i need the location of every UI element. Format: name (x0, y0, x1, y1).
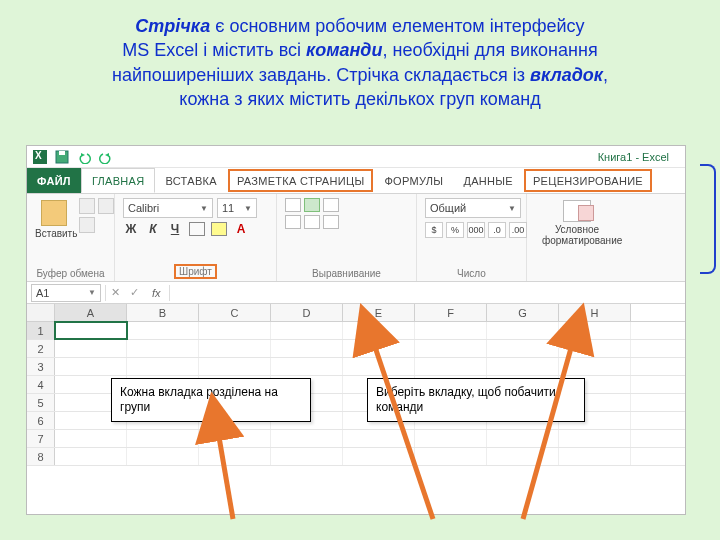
cell[interactable] (127, 358, 199, 375)
font-size-combo[interactable]: 11▼ (217, 198, 257, 218)
cell[interactable] (559, 448, 631, 465)
underline-button[interactable]: Ч (167, 222, 183, 236)
cell[interactable] (559, 358, 631, 375)
tab-data[interactable]: ДАННЫЕ (453, 168, 523, 193)
cell[interactable] (127, 430, 199, 447)
cell[interactable] (415, 322, 487, 339)
cell[interactable] (199, 340, 271, 357)
cell[interactable] (415, 358, 487, 375)
col-header[interactable]: E (343, 304, 415, 321)
col-header[interactable]: H (559, 304, 631, 321)
borders-icon[interactable] (189, 222, 205, 236)
group-clipboard: Вставить Буфер обмена (27, 194, 115, 281)
row-header[interactable]: 2 (27, 340, 55, 357)
cell[interactable] (199, 322, 271, 339)
percent-icon[interactable]: % (446, 222, 464, 238)
font-name-combo[interactable]: Calibri▼ (123, 198, 213, 218)
align-right-icon[interactable] (323, 215, 339, 229)
row-header[interactable]: 5 (27, 394, 55, 411)
undo-icon[interactable] (77, 150, 91, 164)
tab-page-layout[interactable]: РАЗМЕТКА СТРАНИЦЫ (227, 168, 375, 193)
name-box[interactable]: A1▼ (31, 284, 101, 302)
bold-button[interactable]: Ж (123, 222, 139, 236)
row-header[interactable]: 4 (27, 376, 55, 393)
cell[interactable] (559, 322, 631, 339)
col-header[interactable]: B (127, 304, 199, 321)
col-header[interactable]: F (415, 304, 487, 321)
col-header[interactable]: C (199, 304, 271, 321)
align-middle-icon[interactable] (304, 198, 320, 212)
align-top-icon[interactable] (285, 198, 301, 212)
italic-button[interactable]: К (145, 222, 161, 236)
tab-formulas[interactable]: ФОРМУЛЫ (374, 168, 453, 193)
save-icon[interactable] (55, 150, 69, 164)
cell[interactable] (271, 322, 343, 339)
cut-icon[interactable] (79, 198, 95, 214)
copy-icon[interactable] (98, 198, 114, 214)
cell[interactable] (415, 340, 487, 357)
cell[interactable] (199, 358, 271, 375)
increase-decimal-icon[interactable]: .0 (488, 222, 506, 238)
comma-icon[interactable]: 000 (467, 222, 485, 238)
cell[interactable] (415, 430, 487, 447)
name-box-value: A1 (36, 287, 49, 299)
row-header[interactable]: 3 (27, 358, 55, 375)
cell[interactable] (343, 322, 415, 339)
cell[interactable] (487, 358, 559, 375)
align-center-icon[interactable] (304, 215, 320, 229)
row-header[interactable]: 6 (27, 412, 55, 429)
cell[interactable] (199, 430, 271, 447)
cell[interactable] (487, 322, 559, 339)
cell[interactable] (55, 430, 127, 447)
cell[interactable] (415, 448, 487, 465)
row-header[interactable]: 8 (27, 448, 55, 465)
tab-file[interactable]: ФАЙЛ (27, 168, 81, 193)
cell[interactable] (127, 340, 199, 357)
font-color-icon[interactable]: A (233, 222, 249, 236)
cell[interactable] (271, 430, 343, 447)
tab-insert[interactable]: ВСТАВКА (155, 168, 226, 193)
cell[interactable] (55, 322, 127, 339)
currency-icon[interactable]: $ (425, 222, 443, 238)
enter-icon[interactable]: ✓ (125, 286, 144, 299)
fill-color-icon[interactable] (211, 222, 227, 236)
cell[interactable] (271, 340, 343, 357)
cell[interactable] (199, 448, 271, 465)
conditional-formatting-button[interactable]: Условное форматирование (542, 198, 612, 246)
format-painter-icon[interactable] (79, 217, 95, 233)
align-bottom-icon[interactable] (323, 198, 339, 212)
cell[interactable] (487, 340, 559, 357)
cell[interactable] (127, 322, 199, 339)
fx-icon[interactable]: fx (144, 287, 169, 299)
number-format-combo[interactable]: Общий▼ (425, 198, 521, 218)
cell[interactable] (55, 358, 127, 375)
cell[interactable] (487, 430, 559, 447)
cancel-icon[interactable]: ✕ (106, 286, 125, 299)
cell[interactable] (271, 358, 343, 375)
align-left-icon[interactable] (285, 215, 301, 229)
decrease-decimal-icon[interactable]: .00 (509, 222, 527, 238)
cell[interactable] (127, 448, 199, 465)
conditional-formatting-icon (563, 200, 591, 222)
cell[interactable] (343, 358, 415, 375)
col-header[interactable]: G (487, 304, 559, 321)
cell[interactable] (559, 430, 631, 447)
row: 3 (27, 358, 685, 376)
row-header[interactable]: 7 (27, 430, 55, 447)
cell[interactable] (55, 448, 127, 465)
cell[interactable] (343, 448, 415, 465)
cell[interactable] (271, 448, 343, 465)
cell[interactable] (343, 340, 415, 357)
redo-icon[interactable] (99, 150, 113, 164)
cell[interactable] (55, 340, 127, 357)
cell[interactable] (343, 430, 415, 447)
select-all-cell[interactable] (27, 304, 55, 321)
tab-home[interactable]: ГЛАВНАЯ (81, 168, 156, 193)
col-header[interactable]: A (55, 304, 127, 321)
tab-review[interactable]: РЕЦЕНЗИРОВАНИЕ (523, 168, 653, 193)
paste-button[interactable]: Вставить (35, 198, 73, 239)
cell[interactable] (487, 448, 559, 465)
col-header[interactable]: D (271, 304, 343, 321)
row-header[interactable]: 1 (27, 322, 55, 339)
cell[interactable] (559, 340, 631, 357)
